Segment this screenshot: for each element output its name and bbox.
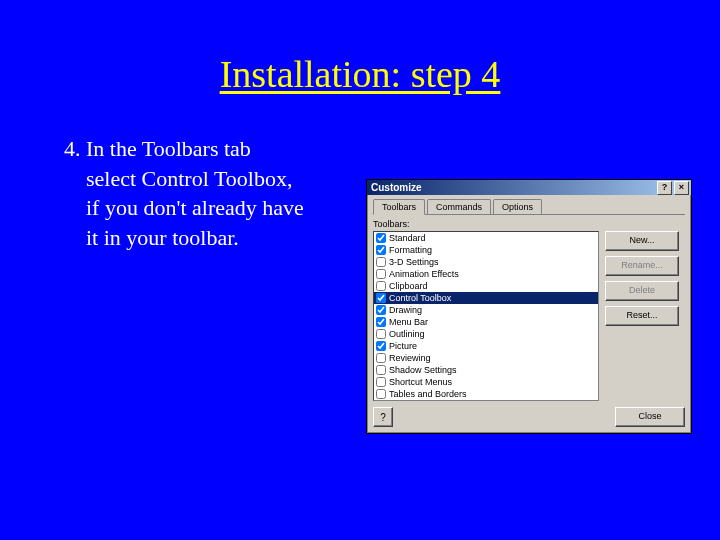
list-item-checkbox[interactable]: [376, 293, 386, 303]
list-item-checkbox[interactable]: [376, 233, 386, 243]
list-item-checkbox[interactable]: [376, 389, 386, 399]
list-item-checkbox[interactable]: [376, 281, 386, 291]
list-item-checkbox[interactable]: [376, 269, 386, 279]
tab-toolbars[interactable]: Toolbars: [373, 199, 425, 215]
list-item-label: Clipboard: [389, 281, 428, 291]
list-item-checkbox[interactable]: [376, 305, 386, 315]
list-item-checkbox[interactable]: [376, 341, 386, 351]
instruction-line: select Control Toolbox,: [86, 166, 292, 191]
instruction-line: if you don't already have: [86, 195, 304, 220]
tab-strip: Toolbars Commands Options: [373, 199, 685, 215]
instruction-line: In the Toolbars tab: [86, 136, 251, 161]
instruction-line: it in your toolbar.: [86, 225, 239, 250]
delete-button[interactable]: Delete: [605, 281, 679, 301]
list-item-label: 3-D Settings: [389, 257, 439, 267]
close-button[interactable]: Close: [615, 407, 685, 427]
titlebar-help-button[interactable]: ?: [657, 181, 672, 195]
help-button[interactable]: ?: [373, 407, 393, 427]
list-item[interactable]: Tables and Borders: [374, 388, 598, 400]
list-item-label: Tables and Borders: [389, 389, 467, 399]
page-title: Installation: step 4: [0, 0, 720, 96]
reset-button[interactable]: Reset...: [605, 306, 679, 326]
list-item[interactable]: Animation Effects: [374, 268, 598, 280]
step-number: 4.: [64, 136, 81, 161]
list-item-label: Animation Effects: [389, 269, 459, 279]
list-item[interactable]: Visual Basic: [374, 400, 598, 401]
toolbars-listbox[interactable]: StandardFormatting3-D SettingsAnimation …: [373, 231, 599, 401]
list-item-label: Formatting: [389, 245, 432, 255]
list-item-label: Outlining: [389, 329, 425, 339]
list-item-checkbox[interactable]: [376, 329, 386, 339]
tab-commands[interactable]: Commands: [427, 199, 491, 214]
list-item[interactable]: Shortcut Menus: [374, 376, 598, 388]
list-item-checkbox[interactable]: [376, 257, 386, 267]
instructions-text: 4. In the Toolbars tab select Control To…: [0, 134, 386, 253]
list-item[interactable]: Clipboard: [374, 280, 598, 292]
list-item[interactable]: Reviewing: [374, 352, 598, 364]
list-item-checkbox[interactable]: [376, 245, 386, 255]
list-item-checkbox[interactable]: [376, 353, 386, 363]
dialog-title: Customize: [371, 182, 422, 193]
list-item-checkbox[interactable]: [376, 317, 386, 327]
list-item[interactable]: Control Toolbox: [374, 292, 598, 304]
list-item-checkbox[interactable]: [376, 377, 386, 387]
toolbars-label: Toolbars:: [373, 219, 685, 229]
list-item-label: Drawing: [389, 305, 422, 315]
dialog-body: Toolbars Commands Options Toolbars: Stan…: [367, 195, 691, 433]
list-item-label: Menu Bar: [389, 317, 428, 327]
list-item-label: Shortcut Menus: [389, 377, 452, 387]
button-column: New... Rename... Delete Reset...: [605, 231, 679, 401]
new-button[interactable]: New...: [605, 231, 679, 251]
list-item[interactable]: Outlining: [374, 328, 598, 340]
customize-dialog: Customize ? × Toolbars Commands Options …: [366, 179, 692, 434]
list-item[interactable]: Shadow Settings: [374, 364, 598, 376]
dialog-bottom-row: ? Close: [373, 407, 685, 427]
list-item[interactable]: Formatting: [374, 244, 598, 256]
list-item[interactable]: Menu Bar: [374, 316, 598, 328]
tab-options[interactable]: Options: [493, 199, 542, 214]
list-item-label: Control Toolbox: [389, 293, 451, 303]
list-item-label: Reviewing: [389, 353, 431, 363]
list-item-label: Shadow Settings: [389, 365, 457, 375]
help-icon: ?: [380, 412, 386, 423]
close-icon[interactable]: ×: [674, 181, 689, 195]
list-item-checkbox[interactable]: [376, 365, 386, 375]
dialog-titlebar[interactable]: Customize ? ×: [367, 180, 691, 195]
list-item[interactable]: Picture: [374, 340, 598, 352]
list-item[interactable]: Drawing: [374, 304, 598, 316]
list-item-label: Standard: [389, 233, 426, 243]
list-item-label: Picture: [389, 341, 417, 351]
list-item[interactable]: Standard: [374, 232, 598, 244]
list-item[interactable]: 3-D Settings: [374, 256, 598, 268]
rename-button[interactable]: Rename...: [605, 256, 679, 276]
